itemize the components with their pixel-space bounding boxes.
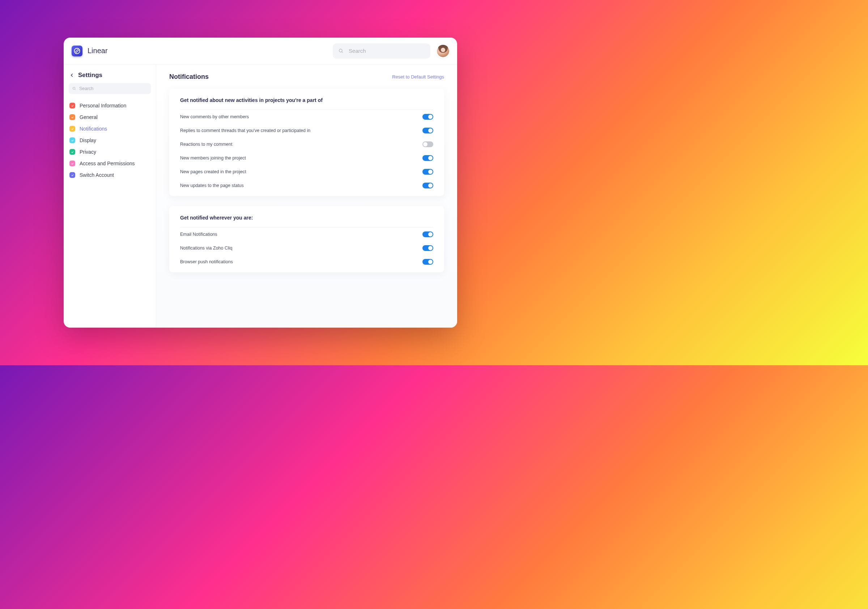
sidebar-nav: Personal InformationGeneralNotifications… bbox=[69, 100, 151, 181]
toggle-switch[interactable] bbox=[422, 245, 433, 251]
svg-line-2 bbox=[342, 51, 343, 53]
card-title: Get notified about new activities in pro… bbox=[180, 97, 433, 110]
check-icon bbox=[70, 103, 75, 108]
check-icon bbox=[70, 126, 75, 132]
settings-cards: Get notified about new activities in pro… bbox=[169, 88, 444, 272]
check-icon bbox=[70, 161, 75, 166]
setting-row: Reactions to my comment bbox=[180, 138, 433, 151]
sidebar-search-input[interactable] bbox=[79, 86, 147, 91]
sidebar: Settings Personal InformationGeneralNoti… bbox=[64, 64, 156, 328]
setting-label: New pages created in the project bbox=[180, 169, 246, 174]
topbar: Linear bbox=[64, 37, 457, 64]
toggle-switch[interactable] bbox=[422, 155, 433, 161]
sidebar-item-label: Notifications bbox=[79, 126, 107, 132]
toggle-switch[interactable] bbox=[422, 141, 433, 147]
toggle-switch[interactable] bbox=[422, 183, 433, 188]
setting-label: New members joining the project bbox=[180, 155, 246, 161]
svg-line-4 bbox=[75, 89, 76, 90]
settings-card: Get notified wherever you are:Email Noti… bbox=[169, 206, 444, 272]
setting-label: Notifications via Zoho Cliq bbox=[180, 246, 232, 251]
setting-label: Reactions to my comment bbox=[180, 142, 232, 147]
sidebar-item-general[interactable]: General bbox=[69, 112, 151, 123]
search-icon bbox=[338, 48, 344, 54]
sidebar-item-notifications[interactable]: Notifications bbox=[69, 123, 151, 135]
main-header: Notifications Reset to Default Settings bbox=[169, 73, 444, 81]
svg-point-1 bbox=[339, 49, 342, 52]
check-icon bbox=[70, 138, 75, 143]
setting-label: Email Notifications bbox=[180, 232, 217, 237]
sidebar-item-switch-account[interactable]: Switch Account bbox=[69, 169, 151, 181]
settings-card: Get notified about new activities in pro… bbox=[169, 88, 444, 196]
setting-row: Replies to comment threads that you've c… bbox=[180, 124, 433, 138]
setting-row: Email Notifications bbox=[180, 228, 433, 241]
setting-row: New pages created in the project bbox=[180, 165, 433, 179]
sidebar-item-label: Privacy bbox=[79, 149, 96, 155]
svg-point-3 bbox=[73, 87, 75, 89]
sidebar-item-personal-information[interactable]: Personal Information bbox=[69, 100, 151, 112]
sidebar-item-label: Switch Account bbox=[79, 172, 114, 178]
reset-to-default-link[interactable]: Reset to Default Settings bbox=[392, 74, 444, 79]
toggle-switch[interactable] bbox=[422, 114, 433, 120]
check-icon bbox=[70, 172, 75, 178]
sidebar-item-label: Personal Information bbox=[79, 103, 126, 108]
page-title: Notifications bbox=[169, 73, 209, 81]
linear-logo-icon bbox=[74, 48, 80, 54]
setting-row: New comments by other members bbox=[180, 110, 433, 124]
setting-label: New comments by other members bbox=[180, 114, 249, 119]
toggle-switch[interactable] bbox=[422, 169, 433, 175]
toggle-switch[interactable] bbox=[422, 259, 433, 265]
app-name: Linear bbox=[88, 46, 108, 55]
setting-row: Notifications via Zoho Cliq bbox=[180, 241, 433, 255]
sidebar-item-display[interactable]: Display bbox=[69, 135, 151, 146]
setting-label: New updates to the page status bbox=[180, 183, 244, 188]
sidebar-item-privacy[interactable]: Privacy bbox=[69, 146, 151, 158]
app-window: Linear Settings Personal InformationGene… bbox=[64, 37, 457, 328]
svg-point-0 bbox=[74, 48, 80, 54]
setting-label: Replies to comment threads that you've c… bbox=[180, 128, 310, 133]
toggle-switch[interactable] bbox=[422, 231, 433, 237]
setting-row: Browser push notifications bbox=[180, 255, 433, 269]
sidebar-item-label: General bbox=[79, 114, 98, 120]
check-icon bbox=[70, 149, 75, 155]
sidebar-item-access-and-permissions[interactable]: Access and Permissions bbox=[69, 158, 151, 169]
setting-row: New updates to the page status bbox=[180, 179, 433, 192]
topbar-search[interactable] bbox=[333, 43, 430, 59]
sidebar-item-label: Access and Permissions bbox=[79, 161, 135, 166]
setting-row: New members joining the project bbox=[180, 151, 433, 165]
toggle-switch[interactable] bbox=[422, 128, 433, 133]
avatar[interactable] bbox=[437, 45, 449, 57]
sidebar-title: Settings bbox=[78, 71, 102, 79]
topbar-search-input[interactable] bbox=[349, 48, 425, 54]
sidebar-search[interactable] bbox=[69, 83, 151, 94]
app-logo bbox=[71, 46, 82, 56]
search-icon bbox=[72, 87, 76, 91]
setting-label: Browser push notifications bbox=[180, 259, 233, 264]
chevron-left-icon bbox=[70, 73, 74, 78]
card-title: Get notified wherever you are: bbox=[180, 215, 433, 228]
check-icon bbox=[70, 114, 75, 120]
sidebar-header[interactable]: Settings bbox=[69, 71, 151, 83]
sidebar-item-label: Display bbox=[79, 138, 96, 143]
main-content: Notifications Reset to Default Settings … bbox=[156, 64, 457, 328]
